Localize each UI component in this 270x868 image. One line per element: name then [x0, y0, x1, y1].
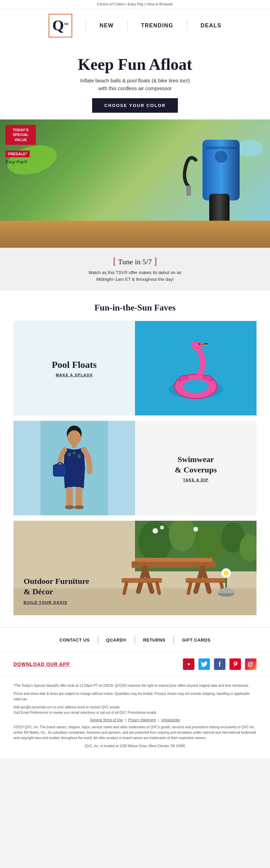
svg-point-20 — [73, 452, 76, 454]
facebook-icon[interactable]: f — [214, 658, 225, 670]
svg-rect-0 — [186, 186, 191, 196]
wood-surface-decoration — [0, 221, 270, 248]
svg-rect-22 — [66, 487, 73, 507]
svg-point-21 — [78, 455, 81, 458]
legal-disclaimer-1: *The Today's Special Value(R) offer ends… — [14, 683, 256, 688]
download-app-link[interactable]: DOWNLOAD OUR APP — [14, 661, 70, 667]
left-bracket: [ — [113, 256, 116, 266]
nav-item-deals[interactable]: DEALS — [200, 23, 221, 29]
svg-point-11 — [191, 341, 202, 350]
pool-floats-card[interactable]: Pool Floats MAKE A SPLASH — [14, 321, 256, 415]
swimwear-text: Swimwear& Coverups TAKE A DIP — [135, 421, 256, 515]
outdoor-furniture-cta[interactable]: BUILD YOUR OASIS — [24, 600, 68, 604]
svg-line-48 — [188, 583, 191, 593]
pool-floats-title: Pool Floats — [52, 359, 97, 370]
instagram-icon[interactable] — [245, 658, 256, 670]
youtube-icon[interactable] — [183, 658, 194, 670]
app-social-section: DOWNLOAD OUR APP f — [0, 652, 270, 676]
terms-link[interactable]: General Terms of Use — [90, 718, 123, 722]
svg-point-36 — [193, 527, 198, 532]
svg-rect-12 — [201, 345, 207, 346]
pool-floats-image — [135, 321, 256, 415]
swimwear-image — [14, 421, 135, 515]
svg-rect-39 — [135, 558, 213, 562]
tune-in-subtext: Watch as this TSV® offer makes its debut… — [14, 269, 256, 282]
copyright-text: ©2019 QVC, Inc. The brand names, slogans… — [14, 725, 256, 741]
twitter-icon[interactable] — [198, 658, 210, 670]
address-text: QVC, Inc. is located at 1200 Wilson Driv… — [14, 743, 256, 749]
svg-rect-3 — [206, 146, 236, 149]
outdoor-furniture-title: Outdoor Furniture& Décor — [24, 576, 89, 597]
email-container: Choice of Colors • Easy Pay | View in Br… — [0, 0, 270, 758]
svg-point-19 — [68, 453, 71, 456]
top-bar: Choice of Colors • Easy Pay | View in Br… — [0, 0, 270, 8]
footer-links: CONTACT US QCARD® RETURNS GIFT CARDS — [0, 627, 270, 652]
hero-subtext: Inflate beach balls & pool floats (& bik… — [14, 77, 256, 92]
outdoor-furniture-card[interactable]: Outdoor Furniture& Décor BUILD YOUR OASI… — [14, 521, 256, 615]
tune-in-date: [ Tune in 5/7 ] — [14, 256, 256, 267]
hero-headline: Keep Fun Afloat — [14, 55, 256, 74]
logo-q: QSM — [52, 18, 69, 33]
legal-link-separator-1: | — [125, 718, 127, 722]
nav-divider-3 — [187, 21, 187, 31]
svg-point-13 — [198, 343, 200, 345]
presale-badge: PRESALE* — [5, 151, 30, 157]
footer-link-giftcards[interactable]: GIFT CARDS — [174, 638, 218, 643]
easy-pay-label: Easy Pay® — [5, 159, 27, 164]
svg-point-35 — [160, 525, 164, 530]
tune-in-section: [ Tune in 5/7 ] Watch as this TSV® offer… — [0, 248, 270, 291]
unsubscribe-link[interactable]: Unsubscribe — [161, 718, 180, 722]
svg-point-31 — [194, 526, 224, 563]
legal-link-separator-2: | — [158, 718, 160, 722]
fun-faves-section: Fun-in-the-Sun Faves Pool Floats MAKE A … — [0, 291, 270, 627]
footer-link-returns[interactable]: RETURNS — [135, 638, 173, 643]
footer-link-contact[interactable]: CONTACT US — [51, 638, 98, 643]
product-image-area: TODAY'S SPECIAL VALUE PRESALE* Easy Pay® — [0, 119, 270, 248]
legal-section: *The Today's Special Value(R) offer ends… — [0, 676, 270, 758]
hero-section: Keep Fun Afloat Inflate beach balls & po… — [0, 43, 270, 119]
svg-rect-57 — [247, 661, 254, 668]
svg-point-25 — [74, 505, 84, 509]
pinterest-icon[interactable] — [230, 658, 241, 670]
svg-point-10 — [183, 380, 209, 393]
right-bracket: ] — [154, 256, 157, 266]
svg-point-17 — [68, 430, 81, 445]
svg-point-34 — [153, 528, 158, 534]
header: QSM NEW TRENDING DEALS — [0, 8, 270, 43]
svg-point-14 — [199, 343, 200, 344]
fun-faves-heading: Fun-in-the-Sun Faves — [14, 303, 256, 313]
footer-link-qcard[interactable]: QCARD® — [98, 638, 135, 643]
swimwear-cta[interactable]: TAKE A DIP — [183, 478, 209, 482]
tsv-badge: TODAY'S SPECIAL VALUE — [5, 125, 36, 145]
svg-point-29 — [138, 521, 172, 561]
logo[interactable]: QSM — [49, 14, 72, 37]
pool-floats-cta[interactable]: MAKE A SPLASH — [56, 373, 93, 377]
nav-divider-2 — [127, 21, 128, 31]
nav-divider-1 — [86, 21, 86, 31]
outdoor-furniture-text: Outdoor Furniture& Décor BUILD YOUR OASI… — [24, 576, 89, 605]
svg-rect-18 — [72, 444, 77, 448]
svg-line-47 — [157, 583, 159, 593]
pool-floats-text: Pool Floats MAKE A SPLASH — [14, 321, 135, 415]
svg-point-24 — [65, 505, 74, 509]
nav-item-trending[interactable]: TRENDING — [141, 23, 173, 29]
swimwear-title: Swimwear& Coverups — [175, 454, 217, 475]
svg-point-2 — [215, 151, 227, 163]
social-icons: f — [183, 658, 256, 670]
swimwear-card[interactable]: Swimwear& Coverups TAKE A DIP — [14, 421, 256, 515]
legal-links: General Terms of Use | Privacy Statement… — [14, 718, 256, 722]
nav-item-new[interactable]: NEW — [100, 23, 114, 29]
swimwear-person-image — [40, 421, 108, 515]
tune-in-text: Tune in 5/7 — [118, 257, 152, 266]
svg-line-46 — [124, 583, 127, 593]
svg-rect-26 — [53, 465, 66, 476]
privacy-link[interactable]: Privacy Statement — [128, 718, 156, 722]
legal-disclaimer-3: Add qvc@e.qvcemail.com to your address b… — [14, 705, 256, 715]
svg-point-60 — [252, 662, 253, 663]
flamingo-float-image — [165, 324, 226, 412]
legal-disclaimer-2: Prices and show date & times are subject… — [14, 691, 256, 702]
choose-color-button[interactable]: CHOOSE YOUR COLOR — [92, 98, 178, 113]
top-bar-text: Choice of Colors • Easy Pay | View in Br… — [97, 2, 173, 6]
svg-rect-23 — [76, 487, 82, 507]
svg-point-53 — [224, 571, 228, 575]
